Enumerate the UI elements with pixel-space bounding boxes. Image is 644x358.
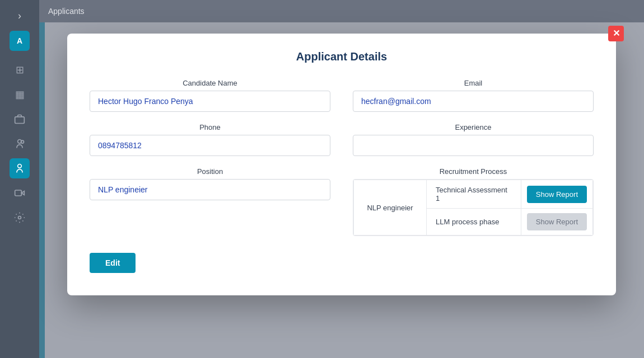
sidebar-item-columns[interactable]: ▦ [10, 84, 30, 105]
applicant-details-modal: ✕ Applicant Details Candidate Name Email [67, 34, 616, 295]
show-report-button-2[interactable]: Show Report [527, 213, 587, 230]
form-top-row: Candidate Name Email [90, 79, 594, 112]
svg-rect-4 [15, 190, 22, 196]
position-input[interactable] [90, 179, 330, 200]
sidebar-item-grid[interactable]: ⊞ [10, 60, 30, 80]
phone-label: Phone [90, 123, 330, 131]
topbar: Applicants [39, 0, 644, 22]
sidebar-item-video[interactable] [10, 183, 30, 203]
sidebar-toggle[interactable]: › [13, 6, 26, 26]
recruitment-phase-2: LLM process phase [427, 209, 521, 235]
sidebar-item-settings[interactable] [10, 208, 30, 228]
app-logo: A [10, 31, 30, 51]
recruitment-row-1: NLP engineier Technical Assessment 1 Sho… [354, 180, 593, 209]
recruitment-table-inner: NLP engineier Technical Assessment 1 Sho… [353, 180, 593, 235]
modal-overlay: ✕ Applicant Details Candidate Name Email [39, 22, 644, 358]
sidebar-item-person[interactable] [10, 158, 30, 178]
sidebar-item-person-outline[interactable] [10, 134, 30, 154]
form-middle-row: Phone Experience [90, 123, 594, 156]
recruitment-table: NLP engineier Technical Assessment 1 Sho… [353, 179, 594, 236]
content-wrapper: ✕ Applicant Details Candidate Name Email [39, 22, 644, 358]
form-bottom-row: Position Recruitment Process NLP enginei… [90, 167, 594, 236]
sidebar: › A ⊞ ▦ [0, 0, 39, 358]
candidate-name-input[interactable] [90, 91, 330, 112]
recruitment-label: Recruitment Process [353, 167, 594, 176]
show-report-button-1[interactable]: Show Report [527, 186, 587, 203]
candidate-name-field: Candidate Name [90, 79, 330, 112]
recruitment-position-cell: NLP engineier [354, 180, 427, 235]
svg-rect-0 [15, 117, 25, 124]
position-label: Position [90, 167, 330, 176]
svg-point-5 [18, 216, 21, 219]
recruitment-btn-cell-2: Show Report [521, 209, 592, 235]
phone-input[interactable] [90, 135, 330, 156]
edit-button[interactable]: Edit [90, 253, 136, 273]
modal-title: Applicant Details [90, 50, 594, 63]
sidebar-item-briefcase[interactable] [10, 109, 30, 129]
email-field: Email [353, 79, 594, 112]
svg-point-3 [18, 164, 22, 168]
phone-field: Phone [90, 123, 330, 156]
position-field: Position [90, 167, 330, 236]
experience-input[interactable] [353, 135, 594, 156]
recruitment-btn-cell-1: Show Report [521, 180, 592, 209]
svg-point-2 [21, 140, 24, 143]
experience-label: Experience [353, 123, 594, 131]
candidate-name-label: Candidate Name [90, 79, 330, 87]
modal-close-button[interactable]: ✕ [608, 26, 624, 41]
recruitment-phase-1: Technical Assessment 1 [427, 180, 521, 209]
main-area: Applicants ✕ Applicant Details Candidate… [39, 0, 644, 358]
email-label: Email [353, 79, 594, 87]
topbar-title: Applicants [48, 7, 85, 16]
experience-field: Experience [353, 123, 594, 156]
recruitment-field: Recruitment Process NLP engineier Techni… [353, 167, 594, 236]
email-input[interactable] [353, 91, 594, 112]
